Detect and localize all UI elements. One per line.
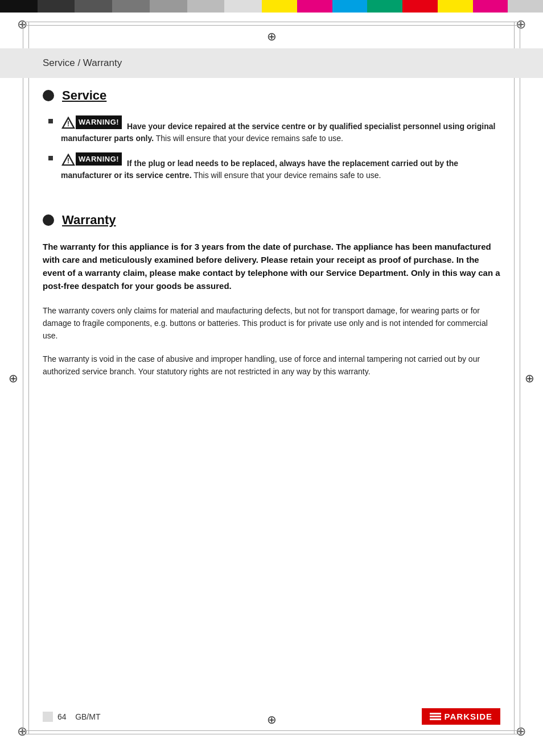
right-border-line [520,22,520,734]
left-border-line [23,22,23,734]
reg-mark-tl: ⊕ [17,17,27,32]
warning-triangle-icon: ! [61,117,73,128]
svg-text:!: ! [67,120,69,128]
page-number: 64 GB/MT [57,712,100,721]
color-swatch [112,0,150,13]
top-crosshair: ⊕ [267,30,277,43]
color-swatch [508,0,543,13]
color-swatch [75,0,112,13]
parkside-brand-name: PARKSIDE [445,712,492,721]
section-gap [43,193,500,213]
warranty-para-2: The warranty is void in the case of abus… [43,353,500,378]
color-swatch [402,0,438,13]
parkside-logo: PARKSIDE [422,708,500,725]
stripe-3 [430,718,441,720]
color-swatch [187,0,225,13]
color-swatch [0,0,38,13]
color-swatch [150,0,187,13]
color-swatch [297,0,332,13]
color-swatch [224,0,262,13]
bottom-border-line [23,734,520,734]
color-swatch [473,0,508,13]
reg-mark-tr: ⊕ [516,17,526,32]
square-bullet-icon [48,156,53,160]
header-title: Service / Warranty [43,57,122,69]
warranty-bullet [43,214,54,226]
warning-badge-1: ! WARNING! [61,115,122,129]
warning-badge-2: ! WARNING! [61,152,122,166]
top-border-line [23,22,520,22]
parkside-stripes-icon [430,713,441,720]
stripe-2 [430,716,441,717]
reg-mark-right: ⊕ [525,371,534,385]
service-item-2: ! WARNING! If the plug or lead needs to … [48,152,500,181]
left-border-line2 [28,22,29,734]
bottom-crosshair: ⊕ [267,713,277,726]
reg-mark-left: ⊕ [9,371,18,385]
service-item-2-normal: This will ensure that your device remain… [194,171,381,180]
color-swatch [38,0,75,13]
warning-triangle-icon: ! [61,154,73,165]
warranty-heading: Warranty [43,213,500,228]
warranty-bold-paragraph: The warranty for this appliance is for 3… [43,240,500,293]
service-item-2-text: ! WARNING! If the plug or lead needs to … [61,152,500,181]
service-item-1: ! WARNING! Have your device repaired at … [48,115,500,144]
service-bullet [43,90,54,101]
footer-page-box: 64 GB/MT [43,712,100,722]
color-bar-left [0,0,262,13]
color-bar [0,0,543,13]
service-item-1-normal: This will ensure that your device remain… [156,134,343,143]
page-number-box [43,712,53,722]
reg-mark-br: ⊕ [516,724,526,739]
color-swatch [332,0,368,13]
color-swatch [438,0,473,13]
service-title: Service [62,88,106,103]
square-bullet-icon [48,119,53,123]
warning-label-1: WARNING! [76,115,122,129]
stripe-1 [430,713,441,714]
service-heading: Service [43,88,500,103]
bottom-border-line2 [23,730,520,731]
warranty-title: Warranty [62,213,116,228]
page-locale: GB/MT [75,712,100,721]
page: ⊕ ⊕ ⊕ ⊕ ⊕ ⊕ ⊕ Service / Warranty Service [0,0,543,756]
color-swatch [262,0,297,13]
service-list: ! WARNING! Have your device repaired at … [48,115,500,181]
color-swatch [367,0,402,13]
color-bar-right [262,0,543,13]
right-border-line2 [514,22,515,734]
warranty-para-1: The warranty covers only claims for mate… [43,304,500,342]
page-num-value: 64 [57,712,67,721]
service-item-1-text: ! WARNING! Have your device repaired at … [61,115,500,144]
header-bar: Service / Warranty [0,48,543,78]
top-border-line2 [23,25,520,26]
main-content: Service ! WARNING! Have [43,88,500,699]
svg-text:!: ! [67,157,69,165]
warning-label-2: WARNING! [76,152,122,166]
reg-mark-bl: ⊕ [17,724,27,739]
